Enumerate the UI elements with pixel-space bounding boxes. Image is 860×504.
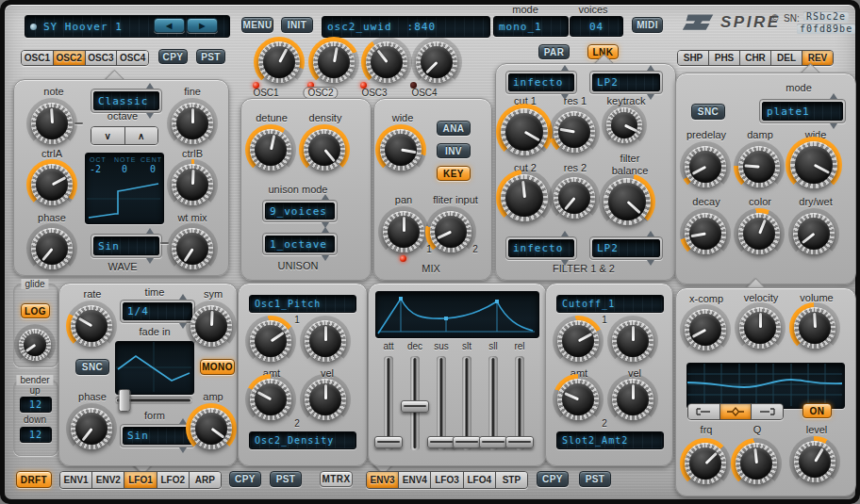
slide-time-slider[interactable] (456, 356, 477, 450)
mod-right-paste-button[interactable]: PST (579, 471, 611, 487)
low-shelf-icon[interactable] (688, 404, 720, 419)
density-knob[interactable] (304, 129, 345, 171)
bender-down-display[interactable]: 12 (20, 427, 52, 443)
keytrack-button[interactable]: KEY (437, 166, 471, 181)
lfo-form-select[interactable]: Sin (120, 424, 195, 447)
res2-knob[interactable] (554, 177, 595, 219)
spinner-up-icon[interactable] (146, 228, 154, 234)
voice-mode-display[interactable]: mono_1 (493, 16, 569, 37)
note-knob[interactable] (31, 103, 73, 144)
midi-button[interactable]: MIDI (632, 17, 663, 33)
tab-osc2[interactable]: OSC2 (54, 51, 86, 65)
spinner-up-icon[interactable] (830, 93, 837, 99)
velocity-knob[interactable] (739, 307, 781, 349)
eq-display[interactable] (686, 363, 845, 409)
filter1-type-select[interactable]: infecto (505, 71, 577, 94)
predelay-knob[interactable] (685, 146, 726, 187)
tab-lfo4[interactable]: LFO4 (464, 472, 496, 488)
spinner-down-icon[interactable] (647, 260, 654, 266)
mod-b-vel2-knob[interactable] (612, 379, 653, 420)
tab-lfo3[interactable]: LFO3 (431, 472, 463, 488)
spinner-down-icon[interactable] (830, 123, 837, 129)
tab-lfo2[interactable]: LFO2 (157, 472, 190, 488)
xcomp-knob[interactable] (685, 309, 726, 350)
mod-b-slot1-display[interactable]: Cutoff_1 (556, 295, 664, 313)
color-knob[interactable] (738, 213, 780, 254)
rate-knob[interactable] (71, 305, 112, 347)
drift-button[interactable]: DRFT (16, 471, 52, 488)
init-button[interactable]: INIT (281, 17, 313, 33)
octave-down-button[interactable]: ∨ (91, 127, 125, 144)
waveform-select[interactable]: Sin (91, 234, 162, 258)
sustain-slider[interactable] (431, 356, 452, 450)
glide-log-button[interactable]: LOG (21, 303, 50, 318)
tab-arp[interactable]: ARP (190, 472, 221, 488)
wave-readout-display[interactable]: OCT NOTE CENT -2 0 0 (85, 153, 164, 224)
sym-knob[interactable] (190, 305, 232, 347)
osc1-level-knob[interactable] (258, 41, 300, 83)
mod-a-vel2-knob[interactable] (305, 379, 346, 420)
preset-next-button[interactable]: ▶ (187, 18, 218, 33)
tab-lfo1[interactable]: LFO1 (124, 472, 157, 488)
tab-env2[interactable]: ENV2 (92, 472, 124, 488)
lfo-time-select[interactable]: 1/4 (120, 300, 195, 323)
lfo-phase-knob[interactable] (71, 408, 112, 449)
spinner-up-icon[interactable] (561, 65, 569, 71)
cut1-knob[interactable] (501, 108, 548, 155)
slide-level-slider[interactable] (483, 356, 504, 450)
menu-button[interactable]: MENU (241, 17, 273, 33)
frq-knob[interactable] (685, 443, 726, 484)
tab-env3[interactable]: ENV3 (367, 472, 399, 488)
lfo-fade-slider[interactable] (115, 394, 192, 407)
amp-knob[interactable] (190, 408, 232, 449)
fine-knob[interactable] (172, 103, 213, 144)
cut2-knob[interactable] (501, 174, 548, 221)
osc3-level-knob[interactable] (366, 41, 407, 83)
ctrla-knob[interactable] (31, 164, 73, 205)
tab-phaser[interactable]: PHS (709, 51, 740, 65)
mod-a-amt1-knob[interactable] (250, 320, 291, 362)
spinner-up-icon[interactable] (647, 65, 654, 71)
tab-env1[interactable]: ENV1 (60, 472, 92, 488)
drywet-knob[interactable] (793, 213, 835, 254)
detune-knob[interactable] (250, 129, 291, 171)
reverb-mode-select[interactable]: plate1 (759, 99, 846, 123)
bender-up-display[interactable]: 12 (20, 397, 52, 413)
spinner-up-icon[interactable] (146, 83, 154, 89)
spinner-up-icon[interactable] (179, 294, 187, 300)
voices-display[interactable]: 04 (570, 16, 623, 37)
mod-left-paste-button[interactable]: PST (270, 471, 302, 487)
high-shelf-icon[interactable] (752, 404, 783, 419)
tab-osc4[interactable]: OSC4 (117, 51, 148, 65)
mod-b-amt2-knob[interactable] (557, 379, 599, 420)
mod-b-vel1-knob[interactable] (612, 320, 653, 362)
spinner-down-icon[interactable] (146, 258, 154, 264)
eq-on-button[interactable]: ON (802, 403, 832, 418)
lfo-mono-button[interactable]: MONO (200, 359, 235, 375)
osc-copy-button[interactable]: CPY (158, 49, 188, 64)
res1-knob[interactable] (554, 111, 595, 153)
spinner-up-icon[interactable] (322, 194, 329, 200)
wtmix-knob[interactable] (172, 228, 213, 269)
mod-a-slot2-display[interactable]: Osc2_Density (249, 431, 356, 449)
level-knob[interactable] (794, 441, 835, 482)
osc4-level-knob[interactable] (416, 41, 457, 83)
octave-up-button[interactable]: ∧ (125, 127, 158, 144)
spinner-up-icon[interactable] (647, 231, 654, 236)
ctrlb-knob[interactable] (172, 164, 213, 205)
mod-a-amt2-knob[interactable] (250, 379, 291, 420)
decay-slider[interactable] (405, 356, 425, 450)
spinner-down-icon[interactable] (146, 113, 154, 119)
tab-osc3[interactable]: OSC3 (86, 51, 118, 65)
pan-knob[interactable] (383, 211, 424, 252)
q-knob[interactable] (736, 443, 777, 484)
unison-voices-select[interactable]: 9_voices (262, 200, 338, 222)
filter-par-button[interactable]: PAR (538, 44, 570, 59)
keytrack-knob[interactable] (606, 107, 642, 143)
invert-button[interactable]: INV (437, 143, 471, 158)
mod-a-vel1-knob[interactable] (305, 320, 346, 362)
wide-knob[interactable] (380, 129, 422, 171)
phase-knob[interactable] (31, 228, 73, 269)
attack-slider[interactable] (378, 356, 399, 450)
tab-env4[interactable]: ENV4 (399, 472, 431, 488)
